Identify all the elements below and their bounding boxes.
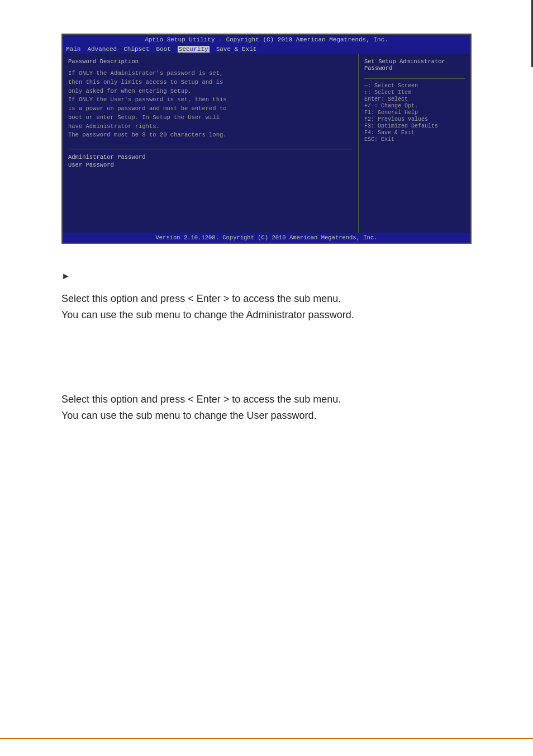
- admin-desc-line2: You can use the sub menu to change the A…: [61, 309, 354, 320]
- admin-password-description-block: Select this option and press < Enter > t…: [61, 291, 472, 323]
- bios-password-description: If ONLY the Administrator's password is …: [68, 69, 353, 140]
- bios-section-title: Password Description: [68, 58, 353, 65]
- menu-item-boot[interactable]: Boot: [156, 46, 170, 53]
- bios-content-area: Password Description If ONLY the Adminis…: [63, 54, 470, 233]
- user-password-description-block: Select this option and press < Enter > t…: [61, 391, 472, 424]
- menu-item-advanced[interactable]: Advanced: [87, 46, 117, 53]
- key-esc-exit: ESC: Exit: [364, 136, 465, 143]
- menu-item-chipset[interactable]: Chipset: [123, 46, 149, 53]
- key-f1-help: F1: General Help: [364, 110, 465, 116]
- bios-user-password-item[interactable]: User Password: [68, 162, 353, 168]
- bios-statusbar: Version 2.10.1208. Copyright (C) 2010 Am…: [63, 233, 470, 243]
- bios-admin-password-item[interactable]: Administrator Password: [68, 154, 353, 160]
- key-change-opt: +/-: Change Opt.: [364, 103, 465, 109]
- user-desc-line2: You can use the sub menu to change the U…: [61, 410, 317, 421]
- bios-key-legend: ↔: Select Screen ↕: Select Item Enter: S…: [364, 78, 465, 143]
- bios-right-panel: Set Setup AdministratorPassword ↔: Selec…: [359, 54, 470, 233]
- arrow-indicator: ►: [61, 271, 70, 281]
- key-select-item: ↕: Select Item: [364, 89, 465, 96]
- key-f2-previous: F2: Previous Values: [364, 116, 465, 122]
- menu-item-save-exit[interactable]: Save & Exit: [216, 46, 257, 53]
- user-desc-line1: Select this option and press < Enter > t…: [61, 394, 341, 405]
- key-f3-defaults: F3: Optimized Defaults: [364, 123, 465, 129]
- bios-titlebar: Aptio Setup Utility - Copyright (C) 2010…: [63, 35, 470, 45]
- bios-divider: [68, 149, 353, 149]
- bios-left-panel: Password Description If ONLY the Adminis…: [63, 54, 359, 233]
- admin-desc-line1: Select this option and press < Enter > t…: [61, 293, 341, 304]
- bios-menubar: Main Advanced Chipset Boot Security Save…: [63, 45, 470, 54]
- key-f4-save: F4: Save & Exit: [364, 130, 465, 136]
- menu-item-security[interactable]: Security: [178, 46, 210, 53]
- menu-item-main[interactable]: Main: [66, 46, 80, 53]
- bios-window: Aptio Setup Utility - Copyright (C) 2010…: [61, 34, 472, 244]
- bios-help-text: Set Setup AdministratorPassword: [364, 58, 465, 72]
- key-enter-select: Enter: Select: [364, 96, 465, 102]
- bottom-rule: [0, 738, 533, 739]
- key-select-screen: ↔: Select Screen: [364, 83, 465, 89]
